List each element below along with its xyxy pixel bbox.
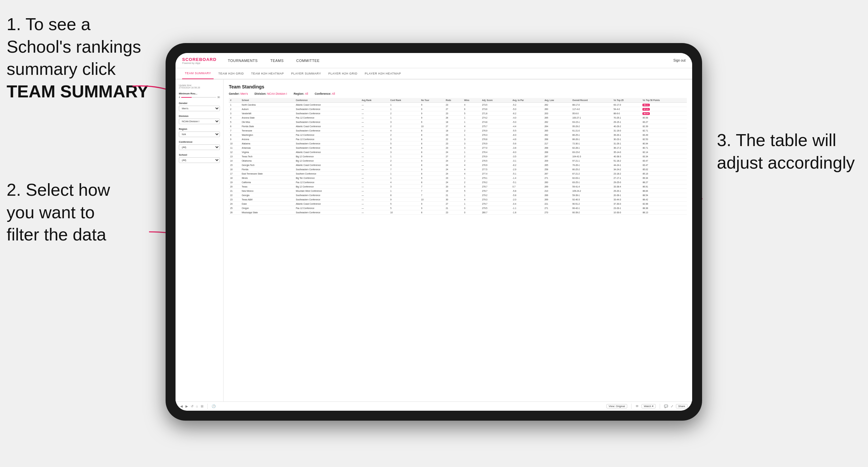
cell-conf-rank: 4	[389, 128, 420, 133]
cell-no-tour: 8	[420, 172, 444, 176]
cell-avg-low: 269	[543, 197, 571, 202]
add-tab-icon[interactable]: ⊞	[201, 404, 203, 408]
cell-rank: 23	[229, 197, 241, 202]
cell-vs25: 70-25-1	[612, 116, 642, 120]
cell-overall: 87-21-2	[571, 172, 612, 176]
gender-filter-label: Gender: Men's	[229, 92, 248, 95]
sign-out-link[interactable]: Sign out	[673, 59, 685, 62]
region-select[interactable]: N/A East West South	[179, 131, 220, 137]
col-conference: Conference	[294, 98, 360, 103]
gender-select[interactable]: Men's Women's	[179, 106, 220, 111]
watch-label: Watch ▾	[644, 405, 653, 408]
sub-nav-team-h2h-heatmap[interactable]: TEAM H2H HEATMAP	[248, 68, 286, 79]
cell-vs25: 31-29-1	[612, 142, 642, 146]
cell-avg-rank: —	[360, 180, 389, 185]
cell-no-tour: 7	[420, 189, 444, 193]
cell-conf-rank: 1	[389, 116, 420, 120]
nav-committee[interactable]: COMMITTEE	[295, 53, 321, 68]
cell-rank: 8	[229, 133, 241, 137]
tablet-screen: SCOREBOARD Powered by clippi TOURNAMENTS…	[176, 53, 692, 411]
cell-wins: 2	[463, 154, 481, 159]
cell-pts: 88.54	[641, 193, 687, 197]
cell-pts: 82.39	[641, 124, 687, 128]
cell-conf-rank: 2	[389, 133, 420, 137]
cell-avg-rank: —	[360, 103, 389, 107]
min-round-slider[interactable]	[181, 97, 216, 98]
cell-overall: 86-26-1	[571, 137, 612, 142]
cell-pts: 82.14	[641, 150, 687, 154]
cell-vs25: 51-18-2	[612, 159, 642, 163]
cell-no-tour: 9	[420, 107, 444, 111]
cell-rank: 22	[229, 193, 241, 197]
conference-select[interactable]: (All) Atlantic Coast Conference Big 12 C…	[179, 145, 220, 150]
app-logo: SCOREBOARD	[182, 57, 217, 62]
cell-vs25: 63-17-0	[612, 103, 642, 107]
cell-no-tour: 8	[420, 133, 444, 137]
division-select[interactable]: NCAA Division I NCAA Division II NCAA Di…	[179, 119, 220, 124]
cell-pts: 88.13	[641, 210, 687, 215]
cell-wins: 1	[463, 133, 481, 137]
divider-2	[631, 404, 631, 409]
reload-icon[interactable]: ↺	[191, 404, 193, 408]
nav-tournaments[interactable]: TOURNAMENTS	[226, 53, 259, 68]
cell-avg-low: 260	[543, 107, 571, 111]
history-icon[interactable]: 🕐	[212, 404, 216, 408]
cell-pts: 85.02	[641, 167, 687, 172]
resize-icon[interactable]: ⤢	[671, 404, 673, 408]
filter-row: Gender: Men's Division: NCAA Division I …	[229, 92, 687, 95]
cell-rank: 1	[229, 103, 241, 107]
divider-3	[660, 404, 660, 409]
cell-conf-rank: 1	[389, 154, 420, 159]
sub-nav-team-summary[interactable]: TEAM SUMMARY	[182, 68, 214, 79]
cell-no-tour: 9	[420, 176, 444, 180]
sub-nav-player-summary[interactable]: PLAYER SUMMARY	[288, 68, 323, 79]
cell-adj-score: 271.8	[480, 111, 511, 116]
table-row: 17 East Tennessee State Southern Confere…	[229, 172, 687, 176]
cell-conf-rank: 5	[389, 142, 420, 146]
school-select[interactable]: (All)	[179, 157, 220, 163]
cell-rnds: 20	[444, 185, 463, 189]
cell-no-tour: 10	[420, 197, 444, 202]
cell-conf: Southeastern Conference	[294, 142, 360, 146]
comment-icon[interactable]: 💬	[664, 404, 668, 408]
forward-icon[interactable]: ▶	[185, 404, 188, 408]
sub-nav-player-h2h-heatmap[interactable]: PLAYER H2H HEATMAP	[362, 68, 404, 79]
table-header-row: # School Conference Avg Rank Conf Rank N…	[229, 98, 687, 103]
cell-rnds: 26	[444, 116, 463, 120]
cell-vs25: 35-14-0	[612, 150, 642, 154]
view-original-button[interactable]: View: Original	[607, 404, 627, 408]
sub-nav-team-h2h-grid[interactable]: TEAM H2H GRID	[216, 68, 246, 79]
cell-vs25: 36-17-2	[612, 146, 642, 150]
cell-conf-rank: 1	[389, 107, 420, 111]
cell-conf: Mountain West Conference	[294, 189, 360, 193]
cell-adj-score: 279.5	[480, 206, 511, 210]
cell-vs25: 33-44-3	[612, 197, 642, 202]
division-filter-label: Division: NCAA Division I	[254, 92, 287, 95]
cell-adj-score: 276.3	[480, 133, 511, 137]
cell-overall: 83-15-0	[571, 150, 612, 154]
cell-no-tour: 9	[420, 154, 444, 159]
cell-avg-rank: —	[360, 142, 389, 146]
cell-conf-rank: 6	[389, 146, 420, 150]
cell-pts: 85.58	[641, 116, 687, 120]
cell-conf: Southeastern Conference	[294, 128, 360, 133]
cell-avg-low: 271	[543, 176, 571, 180]
share-button[interactable]: Share	[676, 404, 687, 408]
cell-rank: 21	[229, 189, 241, 193]
nav-teams[interactable]: TEAMS	[269, 53, 285, 68]
cell-avg-rank: —	[360, 124, 389, 128]
cell-no-tour: 8	[420, 163, 444, 167]
cell-wins: 0	[463, 206, 481, 210]
main-content: Update time: 27/03/2024 16:56:26 Minimum…	[176, 80, 692, 401]
cell-school: Alabama	[241, 142, 294, 146]
back-icon[interactable]: ◀	[180, 404, 183, 408]
cell-rank: 18	[229, 176, 241, 180]
conference-filter-label: Conference: All	[315, 92, 335, 95]
cell-wins: 1	[463, 116, 481, 120]
home-icon[interactable]: ⌂	[196, 404, 198, 408]
cell-school: Texas	[241, 185, 294, 189]
watch-button[interactable]: Watch ▾	[642, 404, 656, 408]
cell-conf-rank: 3	[389, 185, 420, 189]
sub-nav-player-h2h-grid[interactable]: PLAYER H2H GRID	[326, 68, 360, 79]
cell-rank: 17	[229, 172, 241, 176]
